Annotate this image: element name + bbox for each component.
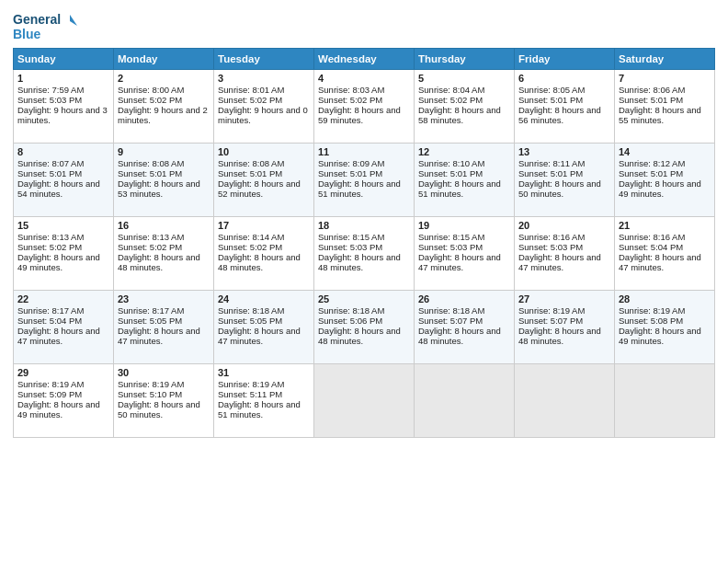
sunrise: Sunrise: 8:04 AM — [418, 85, 484, 95]
sunrise: Sunrise: 8:15 AM — [418, 232, 484, 242]
sunrise: Sunrise: 8:19 AM — [218, 379, 284, 389]
sunset: Sunset: 5:02 PM — [318, 95, 382, 105]
sunset: Sunset: 5:01 PM — [118, 168, 182, 178]
sunset: Sunset: 5:05 PM — [218, 316, 282, 326]
svg-marker-2 — [70, 15, 77, 26]
col-header-thursday: Thursday — [415, 49, 515, 70]
sunrise: Sunrise: 8:16 AM — [518, 232, 585, 242]
sunset: Sunset: 5:04 PM — [619, 242, 683, 252]
calendar-cell — [415, 364, 515, 438]
day-number: 13 — [518, 146, 610, 157]
daylight: Daylight: 8 hours and 52 minutes. — [218, 178, 301, 199]
calendar-cell: 8Sunrise: 8:07 AMSunset: 5:01 PMDaylight… — [14, 144, 114, 217]
daylight: Daylight: 8 hours and 49 minutes. — [619, 178, 701, 199]
day-number: 2 — [118, 73, 210, 84]
calendar-cell: 17Sunrise: 8:14 AMSunset: 5:02 PMDayligh… — [214, 217, 314, 291]
sunrise: Sunrise: 8:03 AM — [318, 85, 384, 95]
col-header-saturday: Saturday — [615, 49, 715, 70]
logo-svg: General Blue — [13, 9, 77, 42]
sunset: Sunset: 5:03 PM — [318, 242, 382, 252]
daylight: Daylight: 8 hours and 48 minutes. — [218, 252, 301, 272]
day-number: 21 — [619, 220, 711, 231]
sunset: Sunset: 5:02 PM — [218, 95, 282, 105]
sunset: Sunset: 5:01 PM — [418, 168, 483, 178]
day-number: 6 — [518, 73, 610, 84]
calendar-cell: 12Sunrise: 8:10 AMSunset: 5:01 PMDayligh… — [415, 144, 515, 217]
sunrise: Sunrise: 8:18 AM — [318, 305, 384, 316]
day-number: 7 — [619, 73, 711, 84]
daylight: Daylight: 8 hours and 47 minutes. — [17, 326, 100, 346]
sunrise: Sunrise: 8:12 AM — [619, 158, 685, 168]
calendar-cell: 5Sunrise: 8:04 AMSunset: 5:02 PMDaylight… — [415, 70, 515, 144]
day-number: 1 — [17, 73, 109, 84]
day-number: 28 — [619, 293, 711, 304]
sunrise: Sunrise: 8:14 AM — [218, 232, 284, 242]
calendar-cell: 16Sunrise: 8:13 AMSunset: 5:02 PMDayligh… — [114, 217, 214, 291]
calendar-cell: 27Sunrise: 8:19 AMSunset: 5:07 PMDayligh… — [515, 291, 615, 364]
calendar-cell: 18Sunrise: 8:15 AMSunset: 5:03 PMDayligh… — [314, 217, 415, 291]
day-number: 19 — [418, 220, 510, 231]
calendar-cell: 25Sunrise: 8:18 AMSunset: 5:06 PMDayligh… — [314, 291, 415, 364]
calendar-cell: 3Sunrise: 8:01 AMSunset: 5:02 PMDaylight… — [214, 70, 314, 144]
daylight: Daylight: 8 hours and 55 minutes. — [619, 105, 701, 125]
day-number: 31 — [218, 367, 310, 378]
sunset: Sunset: 5:10 PM — [118, 389, 182, 399]
day-number: 27 — [518, 293, 610, 304]
sunrise: Sunrise: 8:19 AM — [518, 305, 585, 316]
sunset: Sunset: 5:03 PM — [518, 242, 583, 252]
week-row-3: 15Sunrise: 8:13 AMSunset: 5:02 PMDayligh… — [14, 217, 715, 291]
sunrise: Sunrise: 8:06 AM — [619, 85, 685, 95]
sunset: Sunset: 5:03 PM — [17, 95, 82, 105]
col-header-friday: Friday — [515, 49, 615, 70]
week-row-5: 29Sunrise: 8:19 AMSunset: 5:09 PMDayligh… — [14, 364, 715, 438]
day-number: 8 — [17, 146, 109, 157]
sunrise: Sunrise: 8:18 AM — [418, 305, 484, 316]
calendar-cell: 7Sunrise: 8:06 AMSunset: 5:01 PMDaylight… — [615, 70, 715, 144]
daylight: Daylight: 8 hours and 49 minutes. — [17, 399, 100, 419]
calendar-cell: 28Sunrise: 8:19 AMSunset: 5:08 PMDayligh… — [615, 291, 715, 364]
daylight: Daylight: 8 hours and 50 minutes. — [518, 178, 601, 199]
col-header-sunday: Sunday — [14, 49, 114, 70]
calendar-cell: 13Sunrise: 8:11 AMSunset: 5:01 PMDayligh… — [515, 144, 615, 217]
daylight: Daylight: 8 hours and 48 minutes. — [318, 252, 401, 272]
day-number: 14 — [619, 146, 711, 157]
week-row-4: 22Sunrise: 8:17 AMSunset: 5:04 PMDayligh… — [14, 291, 715, 364]
sunset: Sunset: 5:01 PM — [17, 168, 82, 178]
day-number: 10 — [218, 146, 310, 157]
sunset: Sunset: 5:02 PM — [17, 242, 82, 252]
day-number: 16 — [118, 220, 210, 231]
calendar-cell: 14Sunrise: 8:12 AMSunset: 5:01 PMDayligh… — [615, 144, 715, 217]
daylight: Daylight: 8 hours and 47 minutes. — [418, 252, 501, 272]
sunset: Sunset: 5:02 PM — [118, 242, 182, 252]
sunset: Sunset: 5:02 PM — [218, 242, 282, 252]
daylight: Daylight: 8 hours and 51 minutes. — [418, 178, 501, 199]
sunset: Sunset: 5:09 PM — [17, 389, 82, 399]
page-header: General Blue — [13, 9, 715, 42]
sunrise: Sunrise: 8:09 AM — [318, 158, 384, 168]
sunrise: Sunrise: 8:01 AM — [218, 85, 284, 95]
daylight: Daylight: 8 hours and 48 minutes. — [518, 326, 601, 346]
day-number: 24 — [218, 293, 310, 304]
sunset: Sunset: 5:01 PM — [619, 95, 683, 105]
sunrise: Sunrise: 8:19 AM — [17, 379, 84, 389]
daylight: Daylight: 8 hours and 54 minutes. — [17, 178, 100, 199]
calendar-cell: 6Sunrise: 8:05 AMSunset: 5:01 PMDaylight… — [515, 70, 615, 144]
calendar-cell — [615, 364, 715, 438]
calendar-cell — [314, 364, 415, 438]
calendar-cell: 1Sunrise: 7:59 AMSunset: 5:03 PMDaylight… — [14, 70, 114, 144]
sunset: Sunset: 5:01 PM — [318, 168, 382, 178]
calendar-cell: 24Sunrise: 8:18 AMSunset: 5:05 PMDayligh… — [214, 291, 314, 364]
daylight: Daylight: 8 hours and 53 minutes. — [118, 178, 200, 199]
daylight: Daylight: 9 hours and 3 minutes. — [17, 105, 108, 125]
daylight: Daylight: 8 hours and 49 minutes. — [619, 326, 701, 346]
sunrise: Sunrise: 8:13 AM — [118, 232, 184, 242]
sunset: Sunset: 5:06 PM — [318, 316, 382, 326]
sunrise: Sunrise: 8:16 AM — [619, 232, 685, 242]
calendar-cell: 26Sunrise: 8:18 AMSunset: 5:07 PMDayligh… — [415, 291, 515, 364]
daylight: Daylight: 8 hours and 51 minutes. — [218, 399, 301, 419]
calendar-cell: 9Sunrise: 8:08 AMSunset: 5:01 PMDaylight… — [114, 144, 214, 217]
sunrise: Sunrise: 8:19 AM — [118, 379, 184, 389]
calendar-cell: 4Sunrise: 8:03 AMSunset: 5:02 PMDaylight… — [314, 70, 415, 144]
daylight: Daylight: 8 hours and 51 minutes. — [318, 178, 401, 199]
svg-text:General: General — [13, 12, 61, 27]
